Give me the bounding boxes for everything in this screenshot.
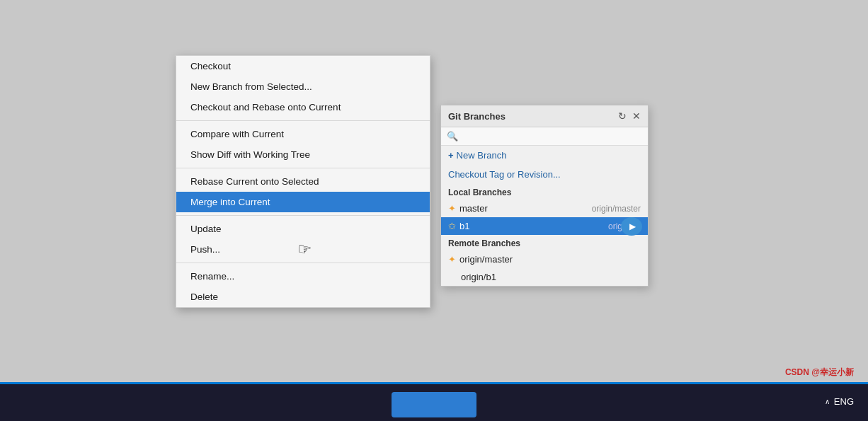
git-action-checkout-tag[interactable]: Checkout Tag or Revision... — [441, 165, 648, 184]
git-panel-title: Git Branches — [448, 111, 506, 122]
watermark: CSDN @幸运小新 — [785, 367, 854, 379]
refresh-icon[interactable]: ↻ — [618, 110, 627, 122]
context-menu-item-push[interactable]: Push... — [176, 239, 430, 260]
separator — [176, 168, 430, 168]
git-search-input[interactable] — [462, 131, 642, 142]
context-menu-item-rebase-current[interactable]: Rebase Current onto Selected — [176, 171, 430, 192]
context-menu-item-checkout-rebase[interactable]: Checkout and Rebase onto Current — [176, 97, 430, 117]
separator — [176, 215, 430, 216]
context-menu-item-show-diff[interactable]: Show Diff with Working Tree — [176, 144, 430, 165]
git-panel-actions: ↻ ✕ — [618, 110, 641, 122]
git-section-label: Remote Branches — [441, 235, 648, 250]
git-panel-header: Git Branches ↻ ✕ — [441, 105, 648, 127]
star-icon: ✦ — [448, 203, 456, 214]
git-branch-master[interactable]: ✦masterorigin/master — [441, 200, 648, 217]
branch-name: master — [459, 203, 588, 214]
play-button[interactable]: ▶ — [621, 217, 642, 236]
git-branch-b1[interactable]: ✩b1origin/b1▶ — [441, 217, 648, 235]
taskbar-accent-line — [0, 382, 868, 384]
action-label: Checkout Tag or Revision... — [448, 169, 561, 180]
context-menu-item-rename[interactable]: Rename... — [176, 266, 430, 287]
action-label: New Branch — [457, 150, 507, 161]
taskbar-language: ∧ ENG — [825, 396, 854, 407]
git-action-new-branch[interactable]: + New Branch — [441, 146, 648, 165]
context-menu-item-update[interactable]: Update — [176, 219, 430, 239]
context-menu: CheckoutNew Branch from Selected...Check… — [176, 55, 430, 308]
git-branch-origin-master[interactable]: ✦origin/master — [441, 250, 648, 268]
plus-icon: + — [448, 150, 454, 161]
separator — [176, 120, 430, 121]
star-icon: ✦ — [448, 254, 456, 265]
star-icon: ✩ — [448, 221, 456, 231]
bottom-blue-button[interactable] — [392, 392, 476, 417]
taskbar-chevron-icon: ∧ — [825, 398, 830, 405]
git-section-label: Local Branches — [441, 184, 648, 200]
branch-name: b1 — [459, 221, 604, 231]
context-menu-item-merge-into-current[interactable]: Merge into Current — [176, 192, 430, 212]
branch-name: origin/b1 — [461, 272, 641, 282]
context-menu-item-delete[interactable]: Delete — [176, 287, 430, 307]
branch-name: origin/master — [459, 254, 641, 265]
taskbar-eng-label: ENG — [834, 396, 854, 407]
close-icon[interactable]: ✕ — [632, 110, 641, 122]
separator — [176, 263, 430, 263]
branch-remote: origin/master — [592, 204, 641, 214]
git-branch-origin-b1[interactable]: origin/b1 — [441, 268, 648, 286]
context-menu-item-checkout[interactable]: Checkout — [176, 56, 430, 76]
context-menu-item-compare-with-current[interactable]: Compare with Current — [176, 124, 430, 144]
main-background — [0, 0, 868, 382]
git-branches-panel: Git Branches ↻ ✕ 🔍 + New BranchCheckout … — [440, 105, 649, 287]
play-icon: ▶ — [629, 221, 636, 231]
search-icon: 🔍 — [447, 131, 458, 142]
git-search-bar: 🔍 — [441, 127, 648, 146]
context-menu-item-new-branch-from-selected[interactable]: New Branch from Selected... — [176, 76, 430, 97]
